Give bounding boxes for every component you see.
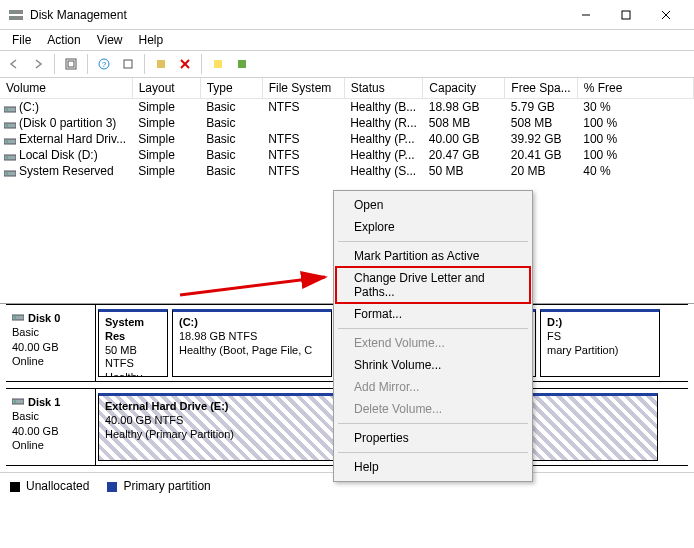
ctx-delete: Delete Volume... (336, 398, 530, 420)
svg-rect-22 (4, 139, 16, 144)
ctx-open[interactable]: Open (336, 194, 530, 216)
window-title: Disk Management (30, 8, 566, 22)
svg-rect-13 (157, 60, 165, 68)
menu-view[interactable]: View (89, 31, 131, 49)
minimize-button[interactable] (566, 1, 606, 29)
ctx-properties[interactable]: Properties (336, 427, 530, 449)
ctx-extend: Extend Volume... (336, 332, 530, 354)
svg-rect-20 (4, 123, 16, 128)
ctx-help[interactable]: Help (336, 456, 530, 478)
svg-rect-30 (12, 399, 24, 404)
menubar: File Action View Help (0, 30, 694, 50)
partition[interactable]: D:)FSmary Partition) (540, 309, 660, 377)
svg-rect-18 (4, 107, 16, 112)
svg-rect-9 (68, 61, 74, 67)
properties-icon[interactable] (232, 54, 252, 74)
table-row[interactable]: (C:)SimpleBasicNTFSHealthy (B...18.98 GB… (0, 99, 694, 116)
action-icon[interactable] (151, 54, 171, 74)
svg-point-3 (11, 17, 13, 19)
column-headers[interactable]: Volume Layout Type File System Status Ca… (0, 78, 694, 99)
svg-rect-28 (12, 315, 24, 320)
col-pct[interactable]: % Free (577, 78, 693, 99)
ctx-explore[interactable]: Explore (336, 216, 530, 238)
back-icon[interactable] (4, 54, 24, 74)
disk-icon (12, 311, 24, 325)
col-free[interactable]: Free Spa... (505, 78, 577, 99)
disk-info[interactable]: Disk 1Basic40.00 GBOnline (6, 389, 96, 465)
svg-point-2 (11, 11, 13, 13)
menu-help[interactable]: Help (131, 31, 172, 49)
col-capacity[interactable]: Capacity (423, 78, 505, 99)
col-status[interactable]: Status (344, 78, 423, 99)
col-layout[interactable]: Layout (132, 78, 200, 99)
wizard-icon[interactable] (208, 54, 228, 74)
ctx-shrink[interactable]: Shrink Volume... (336, 354, 530, 376)
forward-icon[interactable] (28, 54, 48, 74)
drive-icon (4, 151, 16, 161)
drive-icon (4, 167, 16, 177)
help-icon[interactable]: ? (94, 54, 114, 74)
refresh-icon[interactable] (61, 54, 81, 74)
partition[interactable]: (C:)18.98 GB NTFSHealthy (Boot, Page Fil… (172, 309, 332, 377)
disk-icon (12, 395, 24, 409)
svg-rect-26 (4, 171, 16, 176)
svg-rect-12 (124, 60, 132, 68)
settings-icon[interactable] (118, 54, 138, 74)
ctx-add-mirror: Add Mirror... (336, 376, 530, 398)
table-row[interactable]: Local Disk (D:)SimpleBasicNTFSHealthy (P… (0, 147, 694, 163)
app-icon (8, 7, 24, 23)
drive-icon (4, 135, 16, 145)
close-button[interactable] (646, 1, 686, 29)
delete-icon[interactable] (175, 54, 195, 74)
menu-file[interactable]: File (4, 31, 39, 49)
drive-icon (4, 103, 16, 113)
table-row[interactable]: System ReservedSimpleBasicNTFSHealthy (S… (0, 163, 694, 179)
svg-point-23 (6, 140, 8, 142)
maximize-button[interactable] (606, 1, 646, 29)
disk-info[interactable]: Disk 0Basic40.00 GBOnline (6, 305, 96, 381)
col-fs[interactable]: File System (262, 78, 344, 99)
titlebar: Disk Management (0, 0, 694, 30)
svg-point-31 (14, 401, 16, 403)
svg-point-21 (6, 124, 8, 126)
drive-icon (4, 119, 16, 129)
svg-point-19 (6, 108, 8, 110)
context-menu: Open Explore Mark Partition as Active Ch… (333, 190, 533, 482)
svg-rect-24 (4, 155, 16, 160)
toolbar: ? (0, 50, 694, 78)
col-volume[interactable]: Volume (0, 78, 132, 99)
svg-text:?: ? (102, 60, 107, 69)
svg-rect-17 (238, 60, 246, 68)
svg-rect-5 (622, 11, 630, 19)
ctx-mark-active[interactable]: Mark Partition as Active (336, 245, 530, 267)
svg-point-27 (6, 172, 8, 174)
table-row[interactable]: (Disk 0 partition 3)SimpleBasicHealthy (… (0, 115, 694, 131)
legend-unallocated: Unallocated (10, 479, 89, 493)
menu-action[interactable]: Action (39, 31, 88, 49)
svg-point-25 (6, 156, 8, 158)
col-type[interactable]: Type (200, 78, 262, 99)
ctx-change-drive-letter[interactable]: Change Drive Letter and Paths... (336, 267, 530, 303)
table-row[interactable]: External Hard Driv...SimpleBasicNTFSHeal… (0, 131, 694, 147)
svg-point-29 (14, 317, 16, 319)
legend-primary: Primary partition (107, 479, 210, 493)
svg-rect-16 (214, 60, 222, 68)
ctx-format[interactable]: Format... (336, 303, 530, 325)
partition[interactable]: System Res50 MB NTFSHealthy (Sys (98, 309, 168, 377)
